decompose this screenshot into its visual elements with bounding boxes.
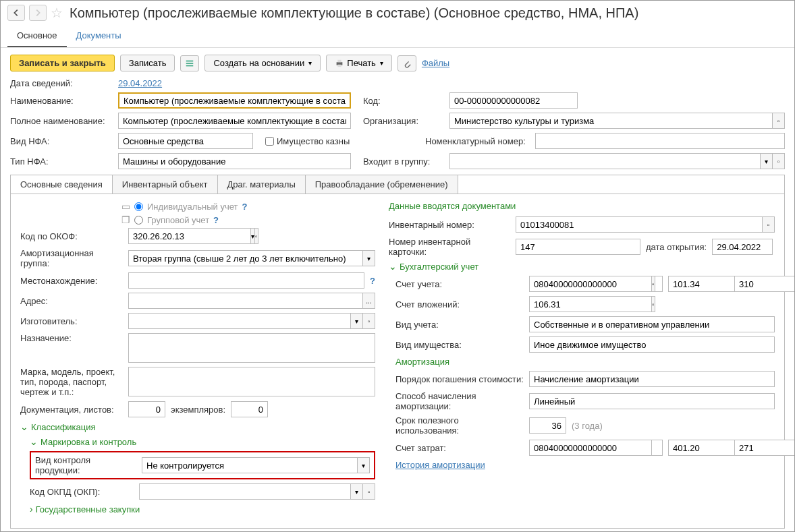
history-link[interactable]: История амортизации — [395, 460, 485, 470]
acct-open[interactable]: ▫ — [652, 276, 655, 292]
indiv-radio[interactable] — [134, 202, 143, 211]
control-highlight: Вид контроля продукции: ▾ — [30, 451, 375, 479]
nomen-label: Номенклатурный номер: — [425, 136, 530, 146]
org-input[interactable] — [449, 113, 773, 129]
back-button[interactable] — [7, 5, 25, 21]
kod-label: Код: — [363, 96, 444, 106]
name-input[interactable] — [118, 92, 351, 109]
okpd-input[interactable] — [139, 483, 351, 500]
treasury-checkbox[interactable] — [265, 137, 274, 146]
inv-num-open[interactable]: ▫ — [763, 216, 775, 233]
tab-materials[interactable]: Драг. материалы — [218, 175, 306, 194]
info-icon[interactable]: ? — [242, 202, 248, 212]
group-dd[interactable]: ▾ — [761, 153, 773, 169]
full-name-input[interactable] — [118, 113, 351, 129]
svg-rect-2 — [186, 65, 194, 66]
date-value[interactable]: 29.04.2022 — [118, 78, 162, 88]
group-open[interactable]: ▫ — [773, 153, 785, 169]
paperclip-icon — [402, 59, 412, 68]
invest-open[interactable]: ▫ — [652, 296, 655, 312]
location-input[interactable] — [128, 272, 364, 289]
info-icon[interactable]: ? — [370, 276, 375, 286]
group-radio[interactable] — [134, 216, 143, 225]
amort-grp-dd[interactable]: ▾ — [363, 250, 375, 266]
amort-grp-label: Амортизационная группа: — [20, 248, 123, 268]
amort-grp-input[interactable] — [128, 250, 363, 266]
vid-nfa-label: Вид НФА: — [10, 136, 113, 146]
sposob-input[interactable] — [529, 393, 775, 409]
okpd-dd[interactable]: ▾ — [351, 483, 363, 500]
print-button[interactable]: Печать▾ — [326, 55, 392, 71]
kod-input[interactable] — [449, 92, 578, 109]
printer-icon — [335, 59, 344, 68]
open-date-label: дата открытия: — [646, 242, 707, 252]
open-date-input[interactable] — [712, 239, 773, 255]
control-input[interactable] — [142, 457, 358, 473]
forward-button[interactable] — [29, 5, 47, 21]
detail-tabs: Основные сведения Инвентарный объект Дра… — [10, 175, 785, 194]
vid-imu-input[interactable] — [529, 336, 775, 353]
nav-tab-docs[interactable]: Документы — [67, 25, 131, 47]
group-label: Входит в группу: — [363, 156, 444, 167]
doc-input[interactable] — [128, 401, 165, 417]
treasury-checkbox-label[interactable]: Имущество казны — [265, 136, 350, 146]
address-open[interactable]: ... — [363, 293, 375, 309]
location-label: Местонахождение: — [20, 276, 123, 286]
marking-section[interactable]: Маркировка и контроль — [30, 436, 375, 447]
invest-input[interactable] — [529, 296, 652, 312]
manuf-dd[interactable]: ▾ — [351, 313, 363, 329]
address-label: Адрес: — [20, 296, 123, 306]
page-title: Компьютер (прослеживаемые комплектующие … — [70, 5, 638, 21]
save-close-button[interactable]: Записать и закрыть — [10, 55, 115, 71]
okpd-open[interactable]: ▫ — [363, 483, 375, 500]
save-button[interactable]: Записать — [120, 55, 175, 71]
zatrat-label: Счет затрат: — [395, 443, 524, 453]
acct-label: Счет учета: — [395, 279, 524, 289]
list-button[interactable] — [180, 55, 199, 71]
classif-section[interactable]: Классификация — [20, 421, 375, 432]
amort-heading: Амортизация — [395, 357, 775, 367]
inv-num-input[interactable] — [516, 216, 763, 233]
okof-open[interactable]: ▫ — [255, 228, 258, 244]
buh-section[interactable]: Бухгалтерский учет — [389, 261, 775, 272]
control-dd[interactable]: ▾ — [358, 457, 370, 473]
zatrat-sub2-input[interactable] — [734, 440, 795, 456]
manufacturer-input[interactable] — [128, 313, 351, 329]
address-input[interactable] — [128, 293, 363, 309]
acct-input[interactable] — [529, 276, 652, 292]
nav-tab-main[interactable]: Основное — [7, 25, 67, 47]
org-open[interactable]: ▫ — [773, 113, 785, 129]
tab-inventory[interactable]: Инвентарный объект — [113, 175, 218, 194]
indiv-radio-row: ▭ Индивидуальный учет ? — [121, 201, 375, 212]
nomen-input[interactable] — [535, 133, 785, 149]
model-input[interactable] — [128, 367, 375, 396]
favorite-star-icon[interactable]: ☆ — [51, 5, 63, 21]
tab-main[interactable]: Основные сведения — [11, 175, 113, 194]
tip-nfa-input[interactable] — [118, 153, 351, 169]
purpose-input[interactable] — [128, 333, 375, 363]
card-num-input[interactable] — [516, 239, 640, 255]
tab-rights[interactable]: Правообладание (обременение) — [306, 175, 458, 194]
srok-input[interactable] — [529, 417, 566, 434]
group-input[interactable] — [449, 153, 761, 169]
model-label: Марка, модель, проект, тип, порода, пасп… — [20, 367, 123, 397]
srok-label: Срок полезного использования: — [395, 415, 524, 436]
pogash-input[interactable] — [529, 371, 775, 387]
create-based-button[interactable]: Создать на основании▾ — [204, 55, 321, 71]
acct-sub2-input[interactable] — [734, 276, 795, 292]
copies-input[interactable] — [231, 401, 268, 417]
okof-input[interactable] — [128, 228, 251, 244]
manuf-open[interactable]: ▫ — [363, 313, 375, 329]
zatrat-input[interactable] — [529, 440, 652, 456]
attach-button[interactable] — [398, 55, 416, 71]
vid-imu-label: Вид имущества: — [395, 340, 524, 350]
vid-ucheta-input[interactable] — [529, 316, 775, 332]
gos-zakup-section[interactable]: Государственные закупки — [30, 504, 375, 514]
invest-label: Счет вложений: — [395, 299, 524, 309]
files-link[interactable]: Файлы — [422, 58, 449, 68]
sposob-label: Способ начисления амортизации: — [395, 391, 524, 411]
svg-rect-5 — [338, 64, 341, 67]
org-label: Организация: — [363, 116, 444, 126]
info-icon[interactable]: ? — [213, 215, 219, 225]
vid-nfa-input[interactable] — [118, 133, 253, 149]
